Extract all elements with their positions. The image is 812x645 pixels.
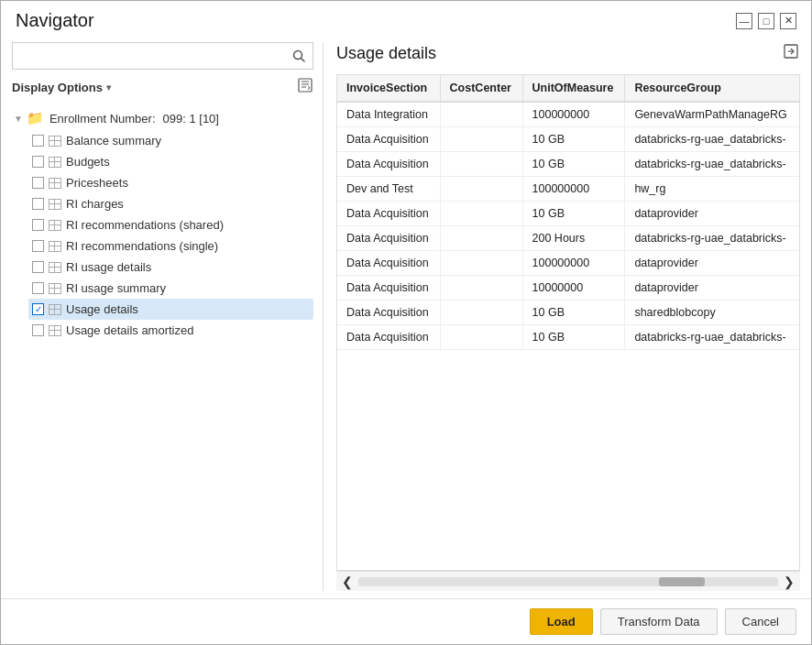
close-button[interactable]: ✕ [780,13,796,29]
refresh-button[interactable] [297,77,313,97]
tree-item-pricesheets[interactable]: Pricesheets [28,172,313,193]
checkbox-ri-usage-summary[interactable] [32,282,44,294]
tree-item-label-ri-recommendations-shared: RI recommendations (shared) [66,218,224,232]
tree-item-label-ri-usage-summary: RI usage summary [66,281,166,295]
table-cell-r5-c3: databricks-rg-uae_databricks- [625,226,799,251]
maximize-button[interactable]: □ [758,13,774,29]
table-cell-r6-c0: Data Acquisition [337,251,440,276]
table-row: Dev and Test100000000hw_rg [337,177,799,202]
export-icon[interactable] [782,42,800,65]
col-header-resourcegroup: ResourceGroup [625,75,799,102]
table-cell-r7-c3: dataprovider [625,276,799,301]
load-button[interactable]: Load [530,608,593,635]
checkbox-ri-recommendations-single[interactable] [32,240,44,252]
tree-area: ▼ 📁 Enrollment Number: 099: 1 [10] Balan… [12,106,313,591]
checkbox-ri-usage-details[interactable] [32,261,44,273]
table-icon-balance-summary [49,136,61,147]
col-header-costcenter: CostCenter [440,75,522,102]
table-icon-pricesheets [49,178,61,189]
table-cell-r1-c0: Data Acquisition [337,127,440,152]
table-cell-r5-c1 [440,226,522,251]
folder-icon: 📁 [27,110,44,126]
table-cell-r7-c0: Data Acquisition [337,276,440,301]
tree-root: ▼ 📁 Enrollment Number: 099: 1 [10] [12,106,313,130]
table-cell-r1-c1 [440,127,522,152]
display-options-arrow: ▾ [106,82,111,93]
table-cell-r4-c1 [440,202,522,226]
checkbox-budgets[interactable] [32,156,44,168]
table-cell-r1-c2: 10 GB [522,127,625,152]
table-cell-r7-c1 [440,276,522,301]
tree-item-ri-usage-summary[interactable]: RI usage summary [28,278,313,299]
minimize-button[interactable]: — [736,13,752,29]
enrollment-meta: 099: 1 [10] [163,112,219,126]
tree-item-usage-details-amortized[interactable]: Usage details amortized [28,320,313,341]
tree-item-ri-recommendations-single[interactable]: RI recommendations (single) [28,235,313,257]
table-cell-r6-c1 [440,251,522,276]
tree-item-ri-charges[interactable]: RI charges [28,193,313,214]
cancel-button[interactable]: Cancel [725,608,796,635]
table-icon-ri-charges [49,199,61,210]
tree-item-ri-recommendations-shared[interactable]: RI recommendations (shared) [28,214,313,235]
table-cell-r9-c1 [440,325,522,350]
search-input[interactable] [13,45,285,68]
table-icon-usage-details-amortized [49,325,61,336]
table-cell-r2-c1 [440,152,522,177]
table-cell-r3-c2: 100000000 [522,177,625,202]
scroll-right-button[interactable]: ❯ [780,573,798,591]
table-cell-r0-c3: GenevaWarmPathManageRG [625,102,799,127]
checkbox-ri-recommendations-shared[interactable] [32,219,44,231]
tree-item-label-pricesheets: Pricesheets [66,176,128,190]
table-cell-r3-c3: hw_rg [625,177,799,202]
table-header-row: InvoiceSectionCostCenterUnitOfMeasureRes… [337,75,799,102]
checkbox-pricesheets[interactable] [32,177,44,189]
enrollment-label: Enrollment Number: [49,112,156,126]
tree-item-usage-details[interactable]: ✓ Usage details [28,299,313,320]
svg-rect-2 [299,79,312,92]
table-cell-r1-c3: databricks-rg-uae_databricks- [625,127,799,152]
table-cell-r8-c3: sharedblobcopy [625,301,799,325]
table-cell-r5-c0: Data Acquisition [337,226,440,251]
table-row: Data Acquisition10 GBdataprovider [337,202,799,226]
table-row: Data Integration100000000GenevaWarmPathM… [337,102,799,127]
search-button[interactable] [285,43,313,69]
scroll-thumb[interactable] [659,577,705,586]
col-header-invoicesection: InvoiceSection [337,75,440,102]
table-cell-r0-c0: Data Integration [337,102,440,127]
table-cell-r0-c1 [440,102,522,127]
left-panel: Display Options ▾ ▼ [12,42,324,591]
table-icon-ri-usage-details [49,262,61,273]
checkbox-usage-details[interactable]: ✓ [32,303,44,315]
checkbox-usage-details-amortized[interactable] [32,324,44,336]
data-table: InvoiceSectionCostCenterUnitOfMeasureRes… [337,75,799,350]
checkbox-ri-charges[interactable] [32,198,44,210]
tree-item-label-usage-details-amortized: Usage details amortized [66,323,193,337]
tree-item-label-balance-summary: Balance summary [66,134,161,148]
tree-item-ri-usage-details[interactable]: RI usage details [28,257,313,278]
tree-item-budgets[interactable]: Budgets [28,151,313,172]
table-row: Data Acquisition100000000dataprovider [337,251,799,276]
table-cell-r2-c2: 10 GB [522,152,625,177]
window-controls: — □ ✕ [736,13,796,29]
table-row: Data Acquisition10 GBdatabricks-rg-uae_d… [337,152,799,177]
table-cell-r9-c0: Data Acquisition [337,325,440,350]
table-row: Data Acquisition200 Hoursdatabricks-rg-u… [337,226,799,251]
table-cell-r4-c2: 10 GB [522,202,625,226]
display-options-row: Display Options ▾ [12,77,313,97]
checkbox-balance-summary[interactable] [32,135,44,147]
table-cell-r8-c0: Data Acquisition [337,301,440,325]
horizontal-scrollbar: ❮ ❯ [336,571,800,591]
scroll-track[interactable] [358,577,778,586]
table-cell-r6-c2: 100000000 [522,251,625,276]
scroll-left-button[interactable]: ❮ [338,573,357,591]
table-cell-r0-c2: 100000000 [522,102,625,127]
table-icon-ri-recommendations-shared [49,220,61,231]
display-options-button[interactable]: Display Options ▾ [12,81,111,94]
table-icon-ri-usage-summary [49,283,61,294]
transform-data-button[interactable]: Transform Data [600,608,718,635]
table-row: Data Acquisition10 GBdatabricks-rg-uae_d… [337,325,799,350]
table-row: Data Acquisition10 GBsharedblobcopy [337,301,799,325]
table-cell-r9-c2: 10 GB [522,325,625,350]
tree-item-balance-summary[interactable]: Balance summary [28,130,313,151]
table-cell-r8-c1 [440,301,522,325]
